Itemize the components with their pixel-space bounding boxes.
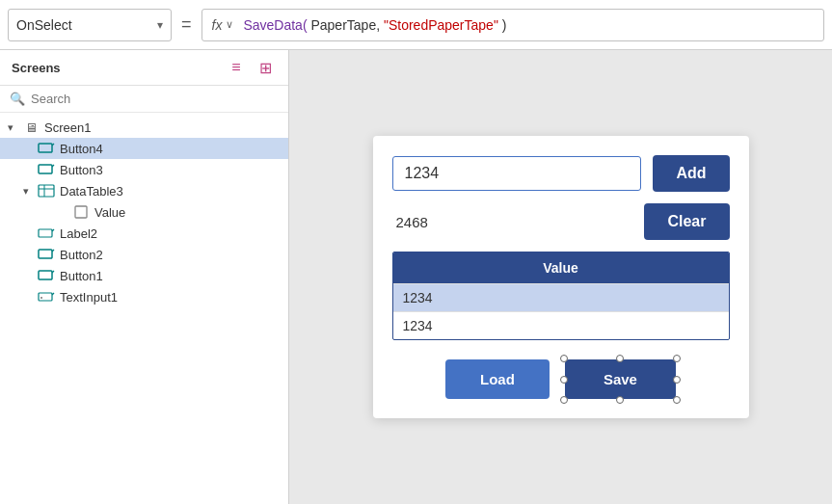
datatable-header: Value bbox=[393, 252, 729, 283]
add-button[interactable]: Add bbox=[653, 155, 729, 192]
datatable3-icon bbox=[37, 183, 56, 199]
svg-rect-4 bbox=[39, 185, 54, 197]
formula-keyword: SaveData( bbox=[243, 17, 307, 33]
fx-label: fx bbox=[212, 17, 223, 33]
value-icon bbox=[71, 204, 91, 220]
datatable-row-0[interactable]: 1234 bbox=[393, 283, 729, 311]
sidebar-item-button3[interactable]: Button3 bbox=[0, 159, 288, 180]
search-bar: 🔍 bbox=[0, 86, 288, 113]
formula-string: "StoredPaperTape" bbox=[384, 17, 498, 33]
tree-label-button3: Button3 bbox=[60, 163, 103, 177]
equals-sign: = bbox=[172, 14, 201, 35]
row-buttons: Load Save bbox=[392, 352, 730, 399]
tree-label-textinput1: TextInput1 bbox=[60, 290, 118, 305]
tree-area: ▾ 🖥 Screen1 Button4 bbox=[0, 113, 288, 504]
sidebar: Screens ≡ ⊞ 🔍 ▾ 🖥 Screen1 bbox=[0, 50, 289, 504]
search-input[interactable] bbox=[31, 92, 279, 106]
search-icon: 🔍 bbox=[10, 92, 25, 106]
formula-close: ) bbox=[502, 17, 507, 33]
tree-arrow-screen1: ▾ bbox=[8, 121, 21, 134]
button3-icon bbox=[37, 162, 56, 177]
formula-text: SaveData( PaperTape, "StoredPaperTape" ) bbox=[243, 17, 506, 33]
svg-rect-10 bbox=[39, 250, 52, 258]
handle-middle-right bbox=[673, 376, 681, 384]
formula-param1: PaperTape, bbox=[310, 17, 384, 33]
svg-rect-8 bbox=[39, 229, 52, 237]
tree-label-screen1: Screen1 bbox=[44, 120, 91, 135]
tree-label-label2: Label2 bbox=[60, 226, 97, 241]
sidebar-title: Screens bbox=[12, 61, 217, 75]
sidebar-item-datatable3[interactable]: ▾ DataTable3 bbox=[0, 180, 288, 201]
load-button[interactable]: Load bbox=[445, 359, 550, 399]
main-area: Screens ≡ ⊞ 🔍 ▾ 🖥 Screen1 bbox=[0, 50, 832, 504]
textinput1-icon bbox=[37, 289, 56, 305]
svg-rect-14 bbox=[39, 293, 52, 301]
text-input[interactable] bbox=[392, 156, 642, 191]
handle-middle-left bbox=[560, 376, 568, 384]
sidebar-item-button1[interactable]: Button1 bbox=[0, 265, 288, 286]
row-label-clear: 2468 Clear bbox=[392, 203, 730, 240]
tree-label-value: Value bbox=[94, 205, 125, 220]
handle-top-left bbox=[560, 355, 568, 362]
formula-bar[interactable]: fx ∨ SaveData( PaperTape, "StoredPaperTa… bbox=[201, 9, 824, 41]
tree-label-datatable3: DataTable3 bbox=[60, 184, 123, 199]
list-view-icon[interactable]: ≡ bbox=[225, 58, 248, 77]
datatable: Value 1234 1234 bbox=[392, 252, 730, 340]
select-value: OnSelect bbox=[16, 17, 72, 33]
fx-chevron: ∨ bbox=[226, 18, 233, 31]
sidebar-item-label2[interactable]: Label2 bbox=[0, 223, 288, 244]
app-screen: Add 2468 Clear Value 1234 1234 Load Save bbox=[373, 136, 749, 418]
sidebar-item-textinput1[interactable]: TextInput1 bbox=[0, 286, 288, 307]
tree-arrow-datatable3: ▾ bbox=[23, 185, 37, 198]
save-button-wrapper: Save bbox=[565, 359, 676, 399]
clear-button[interactable]: Clear bbox=[644, 203, 729, 240]
sidebar-item-screen1[interactable]: ▾ 🖥 Screen1 bbox=[0, 117, 288, 138]
datatable-row-1[interactable]: 1234 bbox=[393, 311, 729, 339]
svg-rect-0 bbox=[39, 144, 52, 152]
handle-bottom-left bbox=[560, 396, 568, 404]
svg-rect-2 bbox=[39, 165, 52, 173]
handle-bottom-right bbox=[673, 396, 681, 404]
sidebar-item-button2[interactable]: Button2 bbox=[0, 244, 288, 265]
handle-bottom-middle bbox=[616, 396, 624, 404]
row-input-add: Add bbox=[392, 155, 730, 192]
svg-rect-12 bbox=[39, 271, 52, 279]
grid-view-icon[interactable]: ⊞ bbox=[254, 58, 277, 77]
screen-icon: 🖥 bbox=[21, 119, 40, 135]
save-button[interactable]: Save bbox=[565, 359, 676, 399]
handle-top-right bbox=[673, 355, 681, 362]
canvas-area: Add 2468 Clear Value 1234 1234 Load Save bbox=[289, 50, 832, 504]
button2-icon bbox=[37, 247, 56, 262]
tree-label-button4: Button4 bbox=[60, 142, 103, 156]
label-2468: 2468 bbox=[392, 214, 633, 230]
sidebar-item-value[interactable]: Value bbox=[0, 201, 288, 223]
tree-label-button2: Button2 bbox=[60, 248, 103, 262]
select-chevron: ▾ bbox=[157, 18, 163, 32]
sidebar-item-button4[interactable]: Button4 bbox=[0, 138, 288, 159]
svg-rect-7 bbox=[75, 206, 87, 218]
sidebar-icon-group: ≡ ⊞ bbox=[225, 58, 277, 77]
handle-top-middle bbox=[616, 355, 624, 362]
tree-label-button1: Button1 bbox=[60, 269, 103, 283]
sidebar-header: Screens ≡ ⊞ bbox=[0, 50, 288, 86]
top-bar: OnSelect ▾ = fx ∨ SaveData( PaperTape, "… bbox=[0, 0, 832, 50]
property-select[interactable]: OnSelect ▾ bbox=[8, 9, 172, 41]
button1-icon bbox=[37, 268, 56, 283]
button4-icon bbox=[37, 141, 56, 156]
label2-icon bbox=[37, 225, 56, 241]
